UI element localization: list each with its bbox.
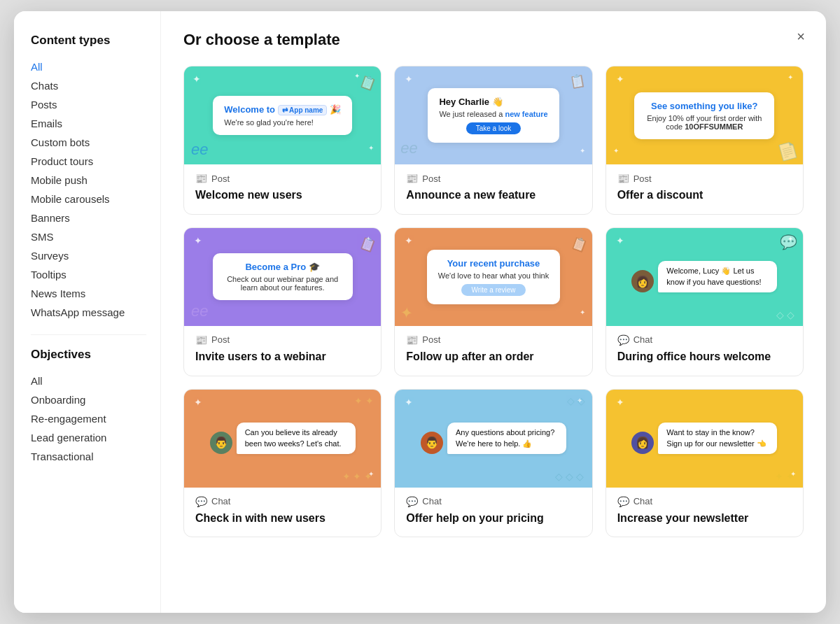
content-types-list: AllChatsPostsEmailsCustom botsProduct to… [31,57,146,322]
chat-icon: 💬 [406,496,418,507]
close-button[interactable]: × [790,25,812,48]
template-card-5[interactable]: ✦ ✦ 👩 Welcome, Lucy 👋 Let us know if you… [606,227,804,376]
sidebar-item-news-items[interactable]: News Items [31,284,146,303]
sidebar-item-sms[interactable]: SMS [31,227,146,246]
sidebar-item-whatsapp-message[interactable]: WhatsApp message [31,303,146,322]
sidebar-item-surveys[interactable]: Surveys [31,246,146,265]
card-type-label: Post [211,334,230,345]
objectives-list: AllOnboardingRe-engagementLead generatio… [31,371,146,466]
card-type-label: Post [422,334,440,345]
card-type-label: Post [634,173,652,184]
template-card-1[interactable]: ✦ ✦ Hey Charlie 👋 We just released a new… [394,66,592,215]
sidebar: Content types AllChatsPostsEmailsCustom … [14,11,161,613]
sidebar-item-mobile-push[interactable]: Mobile push [31,171,146,190]
main-title: Or choose a template [183,31,804,49]
content-types-title: Content types [31,34,146,48]
sidebar-item-all[interactable]: All [31,57,146,76]
template-card-3[interactable]: ✦ ✦ Become a Pro 🎓 Check out our webinar… [183,227,382,376]
card-type-label: Post [211,173,230,184]
chat-icon: 💬 [617,496,629,507]
sidebar-divider [31,334,146,335]
post-icon: 📰 [617,173,629,184]
sidebar-objective-all[interactable]: All [31,371,146,390]
card-title: Follow up after an order [406,350,580,364]
sidebar-item-tooltips[interactable]: Tooltips [31,265,146,284]
card-title: During office hours welcome [617,350,792,364]
template-card-0[interactable]: ✦ ✦ ✦ Welcome to ⇄ App name 🎉 We're so g… [183,66,382,215]
sidebar-item-custom-bots[interactable]: Custom bots [31,133,146,152]
template-card-7[interactable]: ✦ ✦ 👨 Any questions about pricing? We're… [394,389,592,538]
template-card-8[interactable]: ✦ ✦ 👩 Want to stay in the know? Sign up … [606,389,804,538]
modal: Content types AllChatsPostsEmailsCustom … [14,11,826,613]
sidebar-item-product-tours[interactable]: Product tours [31,152,146,171]
template-card-2[interactable]: ✦ ✦ ✦ See something you like? Enjoy 10% … [606,66,804,215]
card-title: Offer help on your pricing [406,511,580,526]
card-title: Announce a new feature [406,188,580,203]
card-title: Welcome new users [195,188,370,203]
post-icon: 📰 [406,334,418,346]
card-title: Increase your newsletter [617,511,792,526]
card-title: Offer a discount [617,188,792,203]
sidebar-objective-onboarding[interactable]: Onboarding [31,390,146,409]
template-card-6[interactable]: ✦ ✦ 👨 Can you believe its already been t… [183,389,382,538]
sidebar-item-mobile-carousels[interactable]: Mobile carousels [31,190,146,208]
objectives-title: Objectives [31,348,146,362]
sidebar-item-chats[interactable]: Chats [31,76,146,95]
chat-icon: 💬 [617,334,629,346]
card-title: Invite users to a webinar [195,350,370,364]
card-type-label: Chat [634,334,652,345]
sidebar-item-emails[interactable]: Emails [31,114,146,133]
card-type-label: Chat [634,496,652,506]
main-content: × Or choose a template ✦ ✦ ✦ Welcome to … [161,11,826,613]
card-type-label: Post [422,173,440,184]
sidebar-objective-transactional[interactable]: Transactional [31,447,146,466]
sidebar-item-banners[interactable]: Banners [31,208,146,227]
card-type-label: Chat [422,496,441,506]
sidebar-item-posts[interactable]: Posts [31,95,146,114]
post-icon: 📰 [195,334,207,346]
template-card-4[interactable]: ✦ ✦ Your recent purchase We'd love to he… [394,227,592,376]
sidebar-objective-lead-generation[interactable]: Lead generation [31,428,146,447]
post-icon: 📰 [406,173,418,184]
card-title: Check in with new users [195,511,370,526]
post-icon: 📰 [195,173,207,184]
card-type-label: Chat [211,496,230,506]
sidebar-objective-re-engagement[interactable]: Re-engagement [31,409,146,428]
chat-icon: 💬 [195,496,207,507]
templates-grid: ✦ ✦ ✦ Welcome to ⇄ App name 🎉 We're so g… [183,66,804,537]
